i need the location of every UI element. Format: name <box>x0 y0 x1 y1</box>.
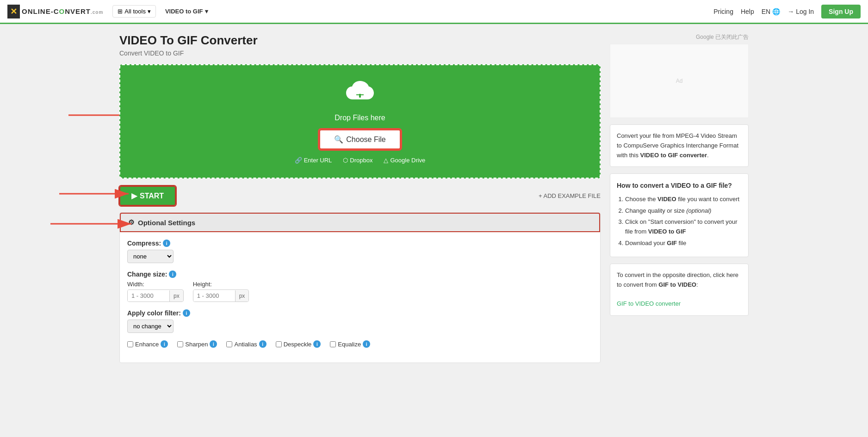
reverse-convert-box: To convert in the opposite direction, cl… <box>610 264 749 316</box>
step-2-optional: (optional) <box>686 207 711 214</box>
content-area: VIDEO To GIF Converter Convert VIDEO to … <box>119 33 601 363</box>
logo-text: ONLINE-CONVERT.com <box>22 7 103 15</box>
choose-file-button[interactable]: 🔍 Choose File <box>319 129 400 149</box>
compress-info-icon[interactable]: i <box>163 240 170 247</box>
upload-cloud-icon <box>130 79 590 110</box>
page-title: VIDEO To GIF Converter <box>119 33 601 48</box>
grid-icon: ⊞ <box>118 8 123 15</box>
arrow-annotation-start <box>55 182 138 205</box>
globe-icon: 🌐 <box>772 8 780 15</box>
height-label: Height: <box>193 281 249 288</box>
lang-label: EN <box>762 8 770 15</box>
width-field: Width: px <box>127 281 184 302</box>
equalize-label: Equalize <box>338 341 361 348</box>
equalize-checkbox-label[interactable]: Equalize i <box>330 340 370 348</box>
step-4-bold: GIF <box>667 240 677 246</box>
all-tools-label: All tools <box>124 8 146 15</box>
step-4: Download your GIF file <box>625 239 742 248</box>
color-filter-setting: Apply color filter: i no change grayscal… <box>127 309 593 333</box>
login-button[interactable]: → Log In <box>787 8 814 15</box>
size-setting: Change size: i Width: px Height: <box>127 271 593 302</box>
converter-nav-button[interactable]: VIDEO to GIF ▾ <box>161 6 213 17</box>
dropbox-label: Dropbox <box>350 157 372 164</box>
size-info-icon[interactable]: i <box>169 271 176 278</box>
despeckle-checkbox-label[interactable]: Despeckle i <box>276 340 321 348</box>
signup-button[interactable]: Sign Up <box>821 5 861 18</box>
optional-settings-header[interactable]: ⚙ Optional Settings <box>120 213 600 232</box>
drop-zone[interactable]: Drop Files here 🔍 Choose File 🔗 Enter UR… <box>119 64 601 178</box>
enhance-checkbox[interactable] <box>127 341 133 347</box>
enhance-checkbox-label[interactable]: Enhance i <box>127 340 168 348</box>
despeckle-info-icon[interactable]: i <box>313 340 321 348</box>
step-2: Change quality or size (optional) <box>625 206 742 216</box>
google-drive-link[interactable]: △ Google Drive <box>384 157 425 164</box>
start-btn-row: ▶ START + ADD EXAMPLE FILE <box>119 186 601 206</box>
main-container: VIDEO To GIF Converter Convert VIDEO to … <box>110 24 758 372</box>
all-tools-button[interactable]: ⊞ All tools ▾ <box>112 5 156 18</box>
sidebar: Google 已关闭此广告 Ad Convert your file from … <box>610 33 749 363</box>
sharpen-checkbox[interactable] <box>177 341 183 347</box>
link-icon: 🔗 <box>295 157 302 164</box>
logo-x-icon: ✕ <box>10 6 17 17</box>
width-input[interactable] <box>128 290 169 302</box>
help-link[interactable]: Help <box>741 8 754 15</box>
equalize-info-icon[interactable]: i <box>363 340 370 348</box>
antialias-info-icon[interactable]: i <box>259 340 267 348</box>
color-filter-select[interactable]: no change grayscale sepia negative <box>127 320 174 333</box>
antialias-checkbox-label[interactable]: Antialias i <box>226 340 266 348</box>
dropbox-link[interactable]: ⬡ Dropbox <box>343 157 372 164</box>
pricing-link[interactable]: Pricing <box>713 8 733 15</box>
file-options: 🔗 Enter URL ⬡ Dropbox △ Google Drive <box>130 157 590 164</box>
header-nav: Pricing Help EN 🌐 → Log In Sign Up <box>713 5 861 18</box>
how-to-title: How to convert a VIDEO to a GIF file? <box>617 180 742 191</box>
language-selector[interactable]: EN 🌐 <box>762 8 780 15</box>
drop-text: Drop Files here <box>130 114 590 122</box>
enhance-label: Enhance <box>135 341 159 348</box>
compress-setting: Compress: i none low medium high <box>127 240 593 263</box>
reverse-text: To convert in the opposite direction, cl… <box>617 271 742 290</box>
sharpen-checkbox-label[interactable]: Sharpen i <box>177 340 217 348</box>
login-label: Log In <box>796 8 814 15</box>
reverse-converter-link[interactable]: GIF to VIDEO converter <box>617 300 681 307</box>
settings-body: Compress: i none low medium high Change … <box>120 232 600 363</box>
how-to-box: How to convert a VIDEO to a GIF file? Ch… <box>610 173 749 257</box>
search-icon: 🔍 <box>334 135 343 144</box>
width-unit: px <box>169 290 183 302</box>
step-1-bold: VIDEO <box>657 196 676 203</box>
size-inputs-row: Width: px Height: px <box>127 281 593 302</box>
height-field: Height: px <box>193 281 249 302</box>
ad-placeholder: Ad <box>610 44 749 118</box>
start-label: START <box>140 192 164 200</box>
header: ✕ ONLINE-CONVERT.com ⊞ All tools ▾ VIDEO… <box>0 0 868 24</box>
compress-select[interactable]: none low medium high <box>127 250 174 263</box>
step-1: Choose the VIDEO file you want to conver… <box>625 195 742 204</box>
chevron-down-icon-2: ▾ <box>205 8 208 15</box>
converter-label: VIDEO to GIF <box>165 8 203 15</box>
enter-url-link[interactable]: 🔗 Enter URL <box>295 157 332 164</box>
page-subtitle: Convert VIDEO to GIF <box>119 49 601 57</box>
converter-info-box: Convert your file from MPEG-4 Video Stre… <box>610 124 749 167</box>
converter-info-text: Convert your file from MPEG-4 Video Stre… <box>617 131 742 160</box>
enhance-info-icon[interactable]: i <box>161 340 168 348</box>
sharpen-info-icon[interactable]: i <box>210 340 217 348</box>
step-3-bold: VIDEO to GIF <box>648 228 686 235</box>
despeckle-checkbox[interactable] <box>276 341 282 347</box>
width-label: Width: <box>127 281 184 288</box>
sharpen-label: Sharpen <box>185 341 208 348</box>
converter-info-bold: VIDEO to GIF converter <box>640 152 707 159</box>
despeckle-label: Despeckle <box>284 341 312 348</box>
antialias-checkbox[interactable] <box>226 341 232 347</box>
equalize-checkbox[interactable] <box>330 341 336 347</box>
add-example-button[interactable]: + ADD EXAMPLE FILE <box>539 192 601 199</box>
dropbox-icon: ⬡ <box>343 157 348 164</box>
reverse-bold: GIF to VIDEO <box>658 281 696 288</box>
height-input[interactable] <box>193 290 235 302</box>
color-filter-info-icon[interactable]: i <box>183 309 190 317</box>
chevron-down-icon: ▾ <box>148 8 151 15</box>
size-label: Change size: i <box>127 271 593 278</box>
choose-file-label: Choose File <box>346 135 385 144</box>
antialias-label: Antialias <box>234 341 257 348</box>
step-3: Click on "Start conversion" to convert y… <box>625 217 742 237</box>
dropzone-wrapper: Drop Files here 🔍 Choose File 🔗 Enter UR… <box>119 64 601 178</box>
logo-box: ✕ <box>7 5 20 18</box>
